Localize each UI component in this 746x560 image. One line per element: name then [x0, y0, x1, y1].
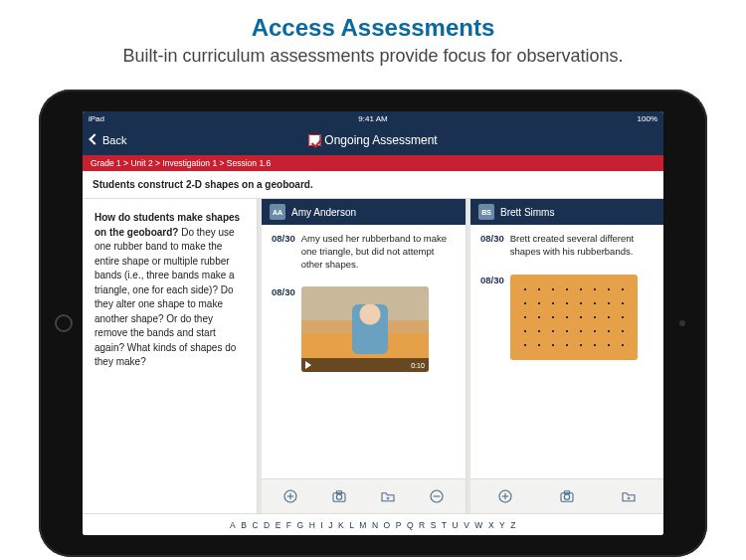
photo-thumbnail[interactable] — [510, 275, 638, 360]
student-column: AA Amy Anderson 08/30 Amy used her rubbe… — [262, 199, 466, 513]
svg-point-14 — [564, 494, 569, 499]
alpha-letter[interactable]: K — [338, 520, 344, 530]
status-battery: 100% — [638, 114, 657, 123]
chevron-left-icon — [91, 135, 100, 145]
ipad-home-button — [55, 314, 73, 332]
alpha-letter[interactable]: Y — [499, 520, 505, 530]
alpha-letter[interactable]: V — [464, 520, 469, 530]
ipad-frame: iPad 9:41 AM 100% Back Ongoing Assessmen… — [39, 90, 707, 557]
svg-rect-15 — [564, 491, 569, 494]
student-name: Amy Anderson — [291, 207, 356, 218]
alpha-letter[interactable]: R — [419, 520, 426, 530]
camera-button[interactable] — [553, 485, 581, 507]
alpha-letter[interactable]: H — [309, 520, 316, 530]
student-header[interactable]: AA Amy Anderson — [262, 199, 466, 225]
avatar: BS — [478, 204, 494, 220]
folder-button[interactable] — [615, 485, 643, 507]
alpha-letter[interactable]: Z — [510, 520, 516, 530]
alpha-letter[interactable]: Q — [407, 520, 414, 530]
nav-title: Ongoing Assessment — [308, 133, 437, 147]
entry-date: 08/30 — [272, 233, 295, 271]
alpha-letter[interactable]: C — [252, 520, 259, 530]
entry-actions — [470, 478, 663, 513]
nav-bar: Back Ongoing Assessment — [83, 125, 663, 155]
video-controls: 0:10 — [301, 358, 429, 372]
alpha-letter[interactable]: U — [453, 520, 460, 530]
camera-button[interactable] — [325, 485, 353, 507]
alpha-letter[interactable]: N — [372, 520, 379, 530]
video-thumbnail[interactable]: 0:10 — [301, 286, 429, 372]
alpha-letter[interactable]: P — [396, 520, 402, 530]
svg-rect-5 — [336, 491, 341, 494]
ipad-camera — [679, 320, 685, 326]
entry-date: 08/30 — [480, 275, 504, 360]
alpha-letter[interactable]: B — [241, 520, 247, 530]
alphabet-index: ABCDEFGHIJKLMNOPQRSTUVWXYZ — [83, 513, 663, 535]
promo-title: Access Assessments — [0, 14, 746, 42]
alpha-letter[interactable]: J — [328, 520, 333, 530]
alpha-letter[interactable]: T — [442, 520, 448, 530]
alpha-letter[interactable]: L — [349, 520, 354, 530]
student-name: Brett Simms — [500, 207, 554, 218]
add-button[interactable] — [277, 485, 304, 507]
student-entries: 08/30 Brett created several different sh… — [470, 225, 663, 478]
observation-entry[interactable]: 08/30 — [470, 267, 663, 368]
back-label: Back — [102, 134, 126, 146]
remove-button[interactable] — [423, 485, 451, 507]
alpha-letter[interactable]: D — [264, 520, 271, 530]
back-button[interactable]: Back — [91, 134, 126, 146]
entry-text: Amy used her rubberband to make one tria… — [301, 233, 456, 271]
alpha-letter[interactable]: X — [488, 520, 494, 530]
entry-date: 08/30 — [480, 233, 504, 259]
task-description: Students construct 2-D shapes on a geobo… — [83, 171, 663, 199]
add-button[interactable] — [491, 485, 519, 507]
avatar: AA — [270, 204, 285, 220]
question-panel: How do students make shapes on the geobo… — [83, 199, 258, 513]
folder-button[interactable] — [374, 485, 402, 507]
status-time: 9:41 AM — [358, 114, 387, 123]
video-duration: 0:10 — [411, 361, 425, 370]
entry-text: Brett created several different shapes w… — [510, 233, 653, 259]
alpha-letter[interactable]: M — [359, 520, 367, 530]
alpha-letter[interactable]: I — [320, 520, 323, 530]
content-area: How do students make shapes on the geobo… — [83, 199, 663, 513]
alpha-letter[interactable]: S — [431, 520, 437, 530]
observation-entry[interactable]: 08/30 Amy used her rubberband to make on… — [262, 225, 466, 279]
app-screen: iPad 9:41 AM 100% Back Ongoing Assessmen… — [83, 111, 663, 535]
alpha-letter[interactable]: W — [474, 520, 483, 530]
alpha-letter[interactable]: F — [286, 520, 292, 530]
student-column: BS Brett Simms 08/30 Brett created sever… — [470, 199, 663, 513]
nav-title-text: Ongoing Assessment — [324, 133, 437, 147]
student-header[interactable]: BS Brett Simms — [470, 199, 663, 225]
entry-date: 08/30 — [272, 286, 295, 372]
play-icon[interactable] — [305, 361, 311, 369]
observation-entry[interactable]: 08/30 0:10 — [262, 279, 466, 380]
entry-actions — [262, 478, 466, 513]
promo-subtitle: Built-in curriculum assessments provide … — [0, 46, 746, 67]
student-entries: 08/30 Amy used her rubberband to make on… — [262, 225, 466, 478]
observation-entry[interactable]: 08/30 Brett created several different sh… — [470, 225, 663, 267]
alpha-letter[interactable]: G — [297, 520, 304, 530]
alpha-letter[interactable]: A — [230, 520, 236, 530]
status-bar: iPad 9:41 AM 100% — [83, 111, 663, 125]
alpha-letter[interactable]: O — [384, 520, 391, 530]
breadcrumb[interactable]: Grade 1 > Unit 2 > Investigation 1 > Ses… — [83, 155, 663, 171]
svg-point-4 — [336, 494, 341, 499]
status-carrier: iPad — [89, 114, 104, 123]
checkbox-icon — [308, 134, 320, 146]
question-body: Do they use one rubber band to make the … — [94, 227, 236, 368]
alpha-letter[interactable]: E — [276, 520, 281, 530]
